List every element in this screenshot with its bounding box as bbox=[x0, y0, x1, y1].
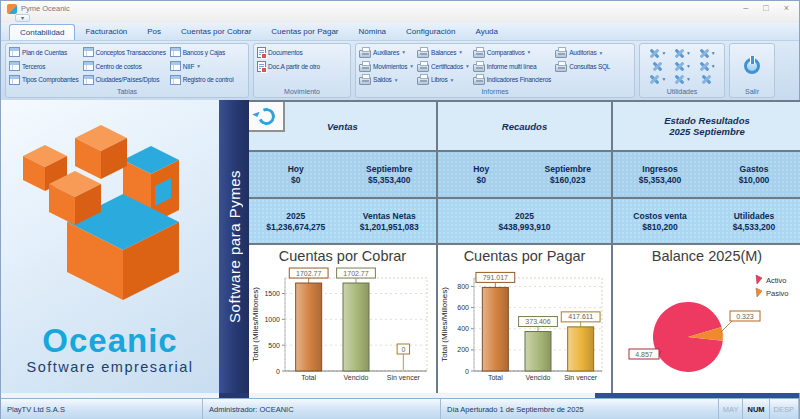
pie-chart: 0.3234.857ActivoPasivo bbox=[613, 265, 800, 385]
ribbon-button-label: Saldos bbox=[373, 76, 392, 83]
svg-text:4.857: 4.857 bbox=[635, 351, 653, 358]
ribbon-button-terceros[interactable]: Terceros bbox=[8, 60, 80, 73]
utility-tool-button[interactable]: ▾ bbox=[645, 73, 670, 85]
ribbon-group-utilidades: ▾▾▾▾▾▾▾Utilidades bbox=[639, 43, 725, 98]
ribbon-button-comparativos[interactable]: Comparativos▾ bbox=[472, 46, 552, 59]
svg-text:0: 0 bbox=[401, 346, 405, 353]
ribbon-button-centro-de-costos[interactable]: Centro de costos bbox=[82, 60, 167, 73]
ribbon-button-label: Consultas SQL bbox=[569, 63, 610, 70]
chart-container: Cuentas por Cobrar050010001500Total (Mil… bbox=[249, 245, 436, 393]
tab-facturacion[interactable]: Facturación bbox=[75, 24, 137, 40]
utility-tool-button[interactable]: ▾ bbox=[694, 47, 719, 59]
metric-2025: 2025$1,236,674,275 bbox=[249, 199, 343, 243]
ribbon-group-label: Salir bbox=[732, 86, 772, 97]
ribbon-button-certificados[interactable]: Certificados▾ bbox=[416, 60, 470, 73]
ribbon-button-documentos[interactable]: Documentos bbox=[256, 46, 321, 59]
window-title: Pyme Oceanic bbox=[21, 4, 70, 14]
close-button[interactable]: × bbox=[784, 2, 789, 14]
ribbon-button-label: Informe multi línea bbox=[487, 63, 537, 70]
minimize-button[interactable]: – bbox=[743, 2, 748, 14]
ribbon-button-tipos-comprobantes[interactable]: Tipos Comprobantes bbox=[8, 73, 80, 86]
printer-icon bbox=[473, 50, 485, 58]
ribbon-button-label: Terceros bbox=[22, 63, 45, 70]
svg-text:Total (Miles/Millones): Total (Miles/Millones) bbox=[440, 287, 449, 362]
tab-nomina[interactable]: Nómina bbox=[349, 24, 397, 40]
ribbon-button-registro-de-control[interactable]: Registro de control bbox=[169, 73, 235, 86]
exit-button[interactable] bbox=[732, 46, 772, 86]
utility-tool-button[interactable]: ▾ bbox=[670, 47, 695, 59]
ribbon-button-auditorias[interactable]: Auditorías▾ bbox=[554, 46, 611, 59]
utility-tool-button[interactable]: ▾ bbox=[645, 47, 670, 59]
chevron-down-icon: ▾ bbox=[712, 50, 715, 56]
ribbon-button-niif[interactable]: NIIF▾ bbox=[169, 60, 235, 73]
metric-ventas-netas: Ventas Netas$1,201,951,083 bbox=[343, 199, 437, 243]
ribbon-button-balances[interactable]: Balances▾ bbox=[416, 46, 470, 59]
ribbon-button-informe-multi-linea[interactable]: Informe multi línea bbox=[472, 60, 552, 73]
panel-ventas: VentasHoy$0Septiembre$5,353,4002025$1,23… bbox=[249, 102, 436, 393]
maximize-button[interactable]: □ bbox=[763, 2, 768, 14]
utility-tool-button[interactable] bbox=[645, 60, 670, 72]
panel-estado-resultados: Estado Resultados2025 SeptiembreIngresos… bbox=[611, 102, 800, 393]
chevron-down-icon: ▾ bbox=[712, 63, 715, 69]
ribbon-group-informes: Auxiliares▾Movimientos▾Saldos▾Balances▾C… bbox=[355, 43, 635, 98]
tab-cuentas-por-pagar[interactable]: Cuentas por Pagar bbox=[261, 24, 348, 40]
printer-icon bbox=[555, 50, 567, 58]
ribbon-button-ciudades-paises-dptos[interactable]: Ciudades/Países/Dptos bbox=[82, 73, 167, 86]
ribbon-button-movimientos[interactable]: Movimientos▾ bbox=[358, 60, 414, 73]
table-icon bbox=[9, 47, 20, 57]
printer-icon bbox=[417, 77, 429, 85]
utility-tool-button[interactable]: ▾ bbox=[694, 60, 719, 72]
dashboard: VentasHoy$0Septiembre$5,353,4002025$1,23… bbox=[249, 100, 800, 393]
status-company: PlayTV Ltd S.A.S bbox=[1, 399, 203, 419]
tools-icon bbox=[649, 48, 660, 59]
metric-hoy: Hoy$0 bbox=[249, 152, 343, 197]
table-icon bbox=[170, 61, 181, 71]
chevron-down-icon: ▾ bbox=[599, 50, 602, 56]
ribbon-button-saldos[interactable]: Saldos▾ bbox=[358, 73, 414, 86]
metric-septiembre: Septiembre$5,353,400 bbox=[343, 152, 437, 197]
quick-access-dropdown-icon[interactable]: ▾ bbox=[15, 14, 30, 22]
ribbon-button-auxiliares[interactable]: Auxiliares▾ bbox=[358, 46, 414, 59]
ribbon-button-doc-a-partir-de-otro[interactable]: Doc.A partir de otro bbox=[256, 60, 321, 73]
refresh-icon bbox=[255, 105, 277, 127]
refresh-button[interactable] bbox=[249, 102, 285, 132]
svg-text:0.323: 0.323 bbox=[736, 313, 754, 320]
tab-pos[interactable]: Pos bbox=[137, 24, 171, 40]
tab-contabilidad[interactable]: Contabilidad bbox=[9, 24, 75, 40]
ribbon-button-label: Documentos bbox=[268, 49, 303, 56]
ribbon-button-bancos-y-cajas[interactable]: Bancos y Cajas bbox=[169, 46, 235, 59]
ribbon: Plan de CuentasTercerosTipos Comprobante… bbox=[1, 41, 799, 100]
right-bottom-segment bbox=[595, 393, 799, 398]
svg-text:Activo: Activo bbox=[766, 276, 786, 285]
tab-configuracion[interactable]: Configuración bbox=[396, 24, 465, 40]
chevron-down-icon: ▾ bbox=[662, 76, 665, 82]
ribbon-button-consultas-sql[interactable]: Consultas SQL bbox=[554, 60, 611, 73]
tools-icon bbox=[674, 74, 685, 85]
ribbon-group-salir: Salir bbox=[729, 43, 775, 98]
utility-tool-button[interactable]: ▾ bbox=[670, 73, 695, 85]
ribbon-button-conceptos-transacciones[interactable]: Conceptos Transacciones bbox=[82, 46, 167, 59]
ribbon-button-label: NIIF bbox=[183, 63, 194, 70]
status-admin: Administrador: OCEANIC bbox=[203, 399, 441, 419]
ribbon-group-label: Utilidades bbox=[642, 86, 722, 97]
ribbon-button-libros[interactable]: Libros▾ bbox=[416, 73, 470, 86]
ribbon-button-label: Bancos y Cajas bbox=[183, 49, 225, 56]
ribbon-button-label: Balances bbox=[431, 49, 456, 56]
vertical-banner: Software para Pymes bbox=[219, 100, 249, 393]
tab-cuentas-por-cobrar[interactable]: Cuentas por Cobrar bbox=[171, 24, 261, 40]
svg-text:417.611: 417.611 bbox=[568, 313, 593, 320]
chart-title: Balance 2025(M) bbox=[613, 245, 800, 265]
utility-tool-button[interactable] bbox=[694, 73, 719, 85]
main-area: Oceanic Software empresarial Software pa… bbox=[1, 100, 799, 393]
svg-text:Total: Total bbox=[488, 374, 503, 381]
bar-chart: 050010001500Total (Miles/Millones)1702.7… bbox=[249, 265, 436, 385]
ribbon-button-indicadores-financieros[interactable]: Indicadores Financieros bbox=[472, 73, 552, 86]
utility-tool-button[interactable]: ▾ bbox=[670, 60, 695, 72]
ribbon-button-label: Comparativos bbox=[487, 49, 525, 56]
title-bar: Pyme Oceanic ▾ –□× bbox=[1, 1, 799, 23]
tab-ayuda[interactable]: Ayuda bbox=[465, 24, 508, 40]
table-icon bbox=[9, 75, 20, 85]
ribbon-button-plan-de-cuentas[interactable]: Plan de Cuentas bbox=[8, 46, 80, 59]
svg-text:0: 0 bbox=[465, 368, 469, 375]
ribbon-tab-row: ContabilidadFacturaciónPosCuentas por Co… bbox=[1, 23, 799, 41]
